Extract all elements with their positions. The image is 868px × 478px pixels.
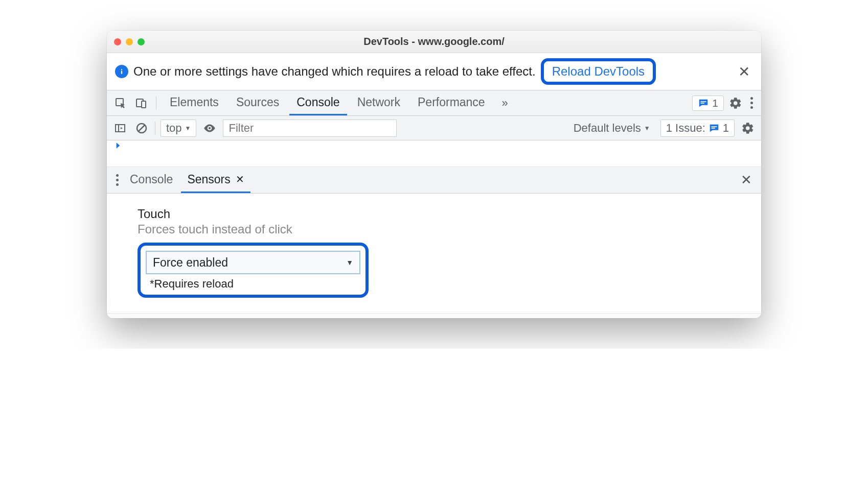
issues-count: 1 [712, 97, 718, 109]
message-icon [698, 98, 709, 109]
svg-marker-9 [121, 127, 123, 129]
window-title: DevTools - www.google.com/ [107, 36, 761, 47]
svg-rect-13 [711, 126, 717, 127]
tab-sources[interactable]: Sources [229, 90, 286, 115]
main-menu-button[interactable] [747, 94, 756, 112]
svg-rect-7 [116, 125, 125, 132]
live-expression-icon[interactable] [201, 120, 218, 136]
drawer-menu-button[interactable] [113, 171, 122, 189]
main-tabbar: Elements Sources Console Network Perform… [107, 90, 761, 116]
touch-select[interactable]: Force enabled ▼ [146, 251, 360, 274]
svg-rect-5 [701, 101, 706, 102]
requires-reload-note: *Requires reload [146, 277, 360, 291]
console-output-area [107, 140, 761, 167]
filter-input[interactable] [223, 119, 397, 137]
console-filterbar: top ▼ Default levels ▼ 1 Issue: 1 [107, 116, 761, 140]
window-controls [114, 38, 145, 45]
svg-line-11 [139, 125, 145, 131]
touch-description: Forces touch instead of click [138, 222, 749, 236]
dropdown-caret-icon: ▼ [346, 258, 353, 267]
settings-icon[interactable] [727, 94, 744, 112]
svg-rect-6 [701, 103, 704, 104]
message-icon [709, 123, 720, 134]
svg-rect-1 [121, 71, 122, 74]
close-drawer-button[interactable]: ✕ [738, 172, 755, 188]
svg-rect-4 [142, 101, 146, 108]
log-levels-selector[interactable]: Default levels ▼ [568, 120, 655, 136]
issues-badge[interactable]: 1 [692, 95, 724, 111]
close-infobar-button[interactable]: ✕ [735, 63, 753, 80]
more-tabs-button[interactable]: » [495, 94, 513, 112]
titlebar: DevTools - www.google.com/ [107, 31, 761, 53]
touch-label: Touch [138, 207, 749, 221]
infobar-message: One or more settings have changed which … [133, 64, 536, 79]
inspect-icon[interactable] [112, 94, 129, 112]
reload-infobar: One or more settings have changed which … [107, 53, 761, 90]
issues-pill[interactable]: 1 Issue: 1 [660, 119, 735, 137]
close-window-button[interactable] [114, 38, 121, 45]
close-tab-icon[interactable]: ✕ [236, 173, 244, 185]
svg-rect-14 [711, 128, 715, 129]
tab-console[interactable]: Console [289, 90, 347, 115]
clear-console-icon[interactable] [133, 120, 150, 136]
zoom-window-button[interactable] [138, 38, 145, 45]
touch-select-value: Force enabled [153, 256, 228, 270]
reload-devtools-button[interactable]: Reload DevTools [541, 58, 656, 85]
console-settings-icon[interactable] [740, 120, 756, 136]
info-icon [115, 65, 128, 78]
devtools-window: DevTools - www.google.com/ One or more s… [107, 31, 761, 318]
device-toolbar-icon[interactable] [132, 94, 150, 112]
minimize-window-button[interactable] [126, 38, 133, 45]
drawer-tab-sensors[interactable]: Sensors ✕ [181, 167, 250, 193]
toggle-sidebar-icon[interactable] [112, 120, 128, 136]
tab-performance[interactable]: Performance [410, 90, 492, 115]
svg-point-0 [121, 69, 122, 70]
touch-highlight: Force enabled ▼ *Requires reload [138, 243, 369, 298]
context-selector[interactable]: top ▼ [161, 119, 196, 137]
drawer-tabbar: Console Sensors ✕ ✕ [107, 167, 761, 194]
prompt-chevron-icon [113, 140, 123, 151]
drawer-tab-console[interactable]: Console [124, 167, 179, 193]
tab-network[interactable]: Network [350, 90, 407, 115]
svg-point-12 [209, 127, 211, 129]
sensors-panel: Touch Forces touch instead of click Forc… [107, 194, 761, 313]
tab-elements[interactable]: Elements [163, 90, 226, 115]
